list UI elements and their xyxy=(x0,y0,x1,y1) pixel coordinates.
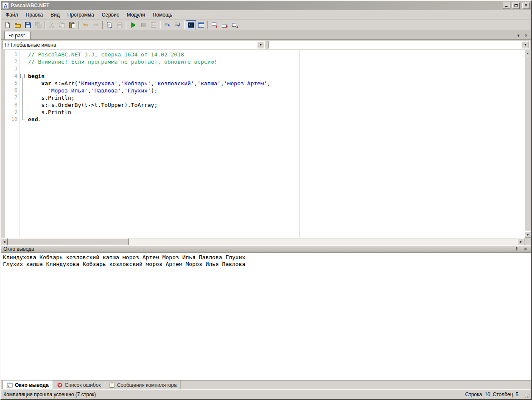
step-over-icon xyxy=(164,22,171,28)
statusbar: Компиляция прошла успешно (7 строк) Стро… xyxy=(1,389,531,399)
menu-item-5[interactable]: Сервис xyxy=(98,11,123,19)
menu-item-4[interactable]: Программа xyxy=(64,11,98,19)
bottom-tab-1[interactable]: Окно вывода xyxy=(3,380,53,389)
open-file-button[interactable] xyxy=(13,20,23,30)
scope-combobox[interactable]: {} Глобальные имена ▼ xyxy=(3,41,265,49)
fold-toggle[interactable]: - xyxy=(20,74,25,78)
save-button[interactable] xyxy=(23,20,33,30)
code-line: // Внимание! Если программа не работает,… xyxy=(28,58,524,65)
app-logo-icon: A xyxy=(2,2,9,9)
bottom-tab-3[interactable]: Сообщения компилятора xyxy=(105,380,181,389)
step-into-button[interactable] xyxy=(172,20,182,30)
code-line xyxy=(28,65,524,73)
editor-horizontal-scrollbar: ◀ ▶ xyxy=(1,238,531,245)
output-line: Клиндухова Кобзарь козловский капша моро… xyxy=(3,254,529,261)
line-number: 7 xyxy=(5,94,17,101)
toolbar-separator xyxy=(160,21,161,29)
menu-item-1[interactable]: Файл xyxy=(2,11,22,19)
close-document-button[interactable]: ✕ xyxy=(523,32,529,39)
scrollbar-corner xyxy=(524,238,531,245)
compiler-messages-icon xyxy=(109,382,115,388)
code-line: s.Println; xyxy=(28,94,524,101)
code-text-area[interactable]: // PascalABC.NET 3.3, сборка 1634 от 14.… xyxy=(25,50,524,238)
window-arrow-right-icon xyxy=(232,22,238,28)
output-window-icon xyxy=(7,382,13,388)
scroll-up-button[interactable]: ▲ xyxy=(524,50,531,56)
error-list-icon xyxy=(57,382,63,388)
toolbar-separator xyxy=(184,21,185,29)
resize-grip-icon[interactable] xyxy=(524,393,530,399)
line-number: 2 xyxy=(5,58,17,65)
window-question-icon xyxy=(198,22,204,28)
step-over-button[interactable] xyxy=(162,20,172,30)
document-tab-epas[interactable]: •e.pas* xyxy=(4,31,31,39)
paste-icon xyxy=(69,22,76,28)
new-file-icon xyxy=(4,22,11,28)
output-area[interactable]: Клиндухова Кобзарь козловский капша моро… xyxy=(1,253,531,380)
pin-panel-button[interactable] xyxy=(513,246,520,252)
menu-item-7[interactable]: Помощь xyxy=(149,11,176,19)
titlebar: A PascalABC.NET × xyxy=(1,1,531,10)
grid-tool-button xyxy=(148,20,159,30)
print-icon xyxy=(116,22,123,28)
page-arrow-icon xyxy=(106,22,113,28)
toolbar-separator xyxy=(126,21,127,29)
fold-cell xyxy=(20,101,25,109)
code-line: begin xyxy=(28,73,524,80)
tool-window-button-1[interactable] xyxy=(210,20,220,30)
toolbar xyxy=(1,20,531,31)
toolbar-separator xyxy=(207,21,208,29)
tool-window-button-2[interactable] xyxy=(220,20,230,30)
help-window-button[interactable] xyxy=(196,20,206,30)
tab-list-dropdown-button[interactable]: ▼ xyxy=(515,32,522,39)
tool-window-button-3[interactable] xyxy=(230,20,240,30)
scroll-right-button[interactable]: ▶ xyxy=(518,238,524,245)
menu-item-6[interactable]: Модули xyxy=(123,11,149,19)
line-number: 6 xyxy=(5,87,17,94)
document-tab-label: •e.pas* xyxy=(9,33,25,39)
window-arrow-up-icon xyxy=(221,22,228,28)
run-button[interactable] xyxy=(128,20,138,30)
line-number: 4 xyxy=(5,73,17,80)
close-button[interactable]: × xyxy=(522,3,530,9)
code-folding-margin: - xyxy=(20,50,25,238)
minimize-button[interactable] xyxy=(503,3,510,9)
cut-button xyxy=(47,20,57,30)
code-line: s.Println xyxy=(28,109,524,116)
toolbar-separator xyxy=(45,21,45,29)
maximize-button[interactable] xyxy=(512,3,520,9)
console-icon xyxy=(188,22,194,28)
output-panel-title: Окно вывода xyxy=(3,246,511,252)
menu-item-2[interactable]: Правка xyxy=(22,11,47,19)
horizontal-scroll-track[interactable] xyxy=(129,238,518,245)
bottom-tab-2[interactable]: Список ошибок xyxy=(53,380,105,389)
line-number: 3 xyxy=(5,65,17,73)
output-panel-header: Окно вывода ✕ xyxy=(1,245,531,253)
line-number-gutter: 12345678910 xyxy=(5,50,20,238)
code-line: 'Мороз Илья','Павлова','Глухих'); xyxy=(28,87,524,94)
menu-item-3[interactable]: Вид xyxy=(47,11,64,19)
member-combobox[interactable]: ▼ xyxy=(268,41,529,49)
bottom-tab-label: Список ошибок xyxy=(65,382,101,388)
bottom-tab-label: Окно вывода xyxy=(15,382,49,388)
code-line: // PascalABC.NET 3.3, сборка 1634 от 14.… xyxy=(28,51,524,58)
vertical-scroll-thumb[interactable] xyxy=(524,56,531,231)
member-combo-dropdown-button[interactable]: ▼ xyxy=(522,41,529,48)
fold-cell: - xyxy=(20,73,25,80)
scope-combo-dropdown-button[interactable]: ▼ xyxy=(257,41,264,48)
close-panel-button[interactable]: ✕ xyxy=(522,246,529,252)
horizontal-scroll-thumb[interactable] xyxy=(8,238,129,245)
toolbar-separator xyxy=(78,21,79,29)
scroll-left-button[interactable]: ◀ xyxy=(1,238,8,245)
stop-icon xyxy=(140,22,147,28)
toggle-console-button[interactable] xyxy=(186,20,196,30)
run-icon xyxy=(130,22,137,28)
scroll-down-button[interactable]: ▼ xyxy=(524,231,531,238)
goto-page-button[interactable] xyxy=(104,20,115,30)
paste-button[interactable] xyxy=(67,20,77,30)
bottom-tab-bar: Окно выводаСписок ошибокСообщения компил… xyxy=(1,380,531,389)
editor-split-divider[interactable] xyxy=(299,50,300,238)
fold-cell xyxy=(20,94,25,101)
undo-button[interactable] xyxy=(81,20,91,30)
new-file-button[interactable] xyxy=(3,20,13,30)
